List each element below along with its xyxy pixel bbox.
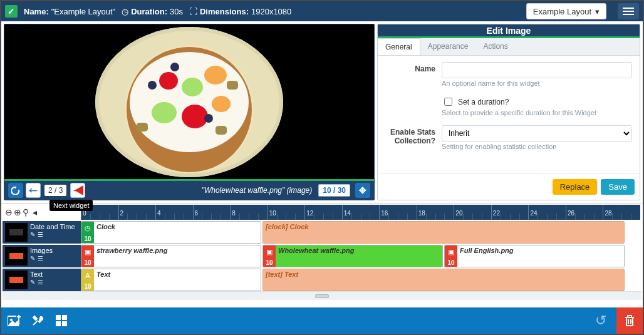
duration-label: Duration: (131, 7, 167, 16)
svg-rect-3 (56, 315, 61, 320)
edit-tabs: General Appearance Actions (378, 38, 640, 56)
name-value: "Example Layout" (51, 7, 115, 16)
clip-label: Clock (94, 222, 261, 243)
timeline-extension[interactable]: [text] Text (262, 269, 625, 291)
tab-appearance[interactable]: Appearance (420, 38, 476, 55)
stats-label: Enable Stats Collection? (385, 125, 442, 145)
name-label: Name: (24, 7, 49, 16)
main-menu-button[interactable] (618, 3, 639, 19)
track-name: Date and Time (30, 223, 75, 230)
track-lane[interactable]: ◷10Clock[clock] Clock (81, 221, 640, 244)
timeline-clip[interactable]: ▣10strawberry waffle.png (81, 245, 261, 267)
svg-rect-5 (56, 321, 61, 326)
ruler-tick: 28 (605, 210, 611, 217)
list-icon[interactable]: ☰ (38, 231, 43, 238)
name-group: Name: "Example Layout" (24, 7, 115, 16)
clock-icon: ◷ (122, 7, 128, 16)
track-name: Text (30, 271, 43, 278)
back-button[interactable] (8, 183, 23, 198)
timeline-clip[interactable]: ▣10Full English.png (444, 245, 625, 267)
tools-icon[interactable] (31, 314, 45, 327)
next-widget-button[interactable]: 🡒 (70, 183, 85, 198)
timeline-clip[interactable]: ◷10Clock (81, 221, 261, 244)
svg-rect-4 (62, 315, 67, 320)
clip-type-icon: ▣ (81, 245, 94, 258)
edit-icon[interactable]: ✎ (30, 279, 35, 286)
timeline-clip[interactable]: A10Text (81, 269, 261, 291)
clip-type-icon: ▣ (263, 245, 276, 258)
dimensions-value: 1920x1080 (251, 7, 291, 16)
timeline-track: Text✎☰A10Text[text] Text (3, 269, 641, 291)
name-hint: An optional name for this widget (442, 80, 632, 87)
ruler-tick: 14 (344, 210, 351, 217)
clip-duration: 10 (263, 258, 276, 267)
tab-general[interactable]: General (378, 38, 420, 55)
ruler-tick: 18 (418, 210, 425, 217)
move-button[interactable]: ✥ (355, 183, 370, 198)
ruler-tick: 24 (530, 210, 537, 217)
caret-down-icon: ▾ (595, 7, 600, 16)
clip-label: Full English.png (457, 245, 624, 267)
name-field-label: Name (385, 62, 442, 73)
panel-resize-handle[interactable] (3, 291, 641, 300)
edit-panel: Edit Image General Appearance Actions Na… (377, 24, 640, 200)
duration-group: ◷ Duration: 30s (122, 7, 183, 16)
preview-canvas[interactable] (4, 24, 374, 179)
clip-label: Wholewheat waffle.png (276, 245, 442, 267)
zoom-in-icon[interactable]: ⊕ (14, 207, 21, 217)
undo-icon[interactable]: ↺ (595, 312, 606, 329)
duration-checkbox[interactable]: Set a duration? (442, 96, 632, 108)
edit-panel-title: Edit Image (378, 24, 640, 38)
zoom-reset-icon[interactable]: ⚲ (23, 207, 29, 217)
bottombar: ↺ (1, 307, 643, 334)
dimensions-icon: ⛶ (189, 7, 197, 16)
stats-select[interactable]: Inherit (442, 125, 632, 142)
dimensions-label: Dimensions: (200, 7, 249, 16)
topbar: ✓ Name: "Example Layout" ◷ Duration: 30s… (1, 1, 643, 21)
track-label[interactable]: Images✎☰ (3, 245, 81, 267)
delete-button[interactable] (616, 307, 643, 334)
preview-item-count: 10 / 30 (318, 184, 350, 197)
clip-duration: 10 (445, 258, 457, 267)
tab-actions[interactable]: Actions (475, 38, 515, 55)
track-label[interactable]: Text✎☰ (3, 269, 81, 291)
timeline-extension[interactable]: [clock] Clock (262, 221, 625, 244)
track-label[interactable]: Date and Time✎☰ (3, 221, 81, 244)
page-indicator: 2 / 3 (44, 185, 66, 196)
zoom-out-icon[interactable]: ⊖ (5, 207, 13, 217)
replace-button[interactable]: Replace (553, 179, 598, 195)
track-lane[interactable]: A10Text[text] Text (81, 269, 640, 291)
status-ok-icon: ✓ (5, 5, 18, 18)
track-lane[interactable]: ▣10strawberry waffle.png▣10Wholewheat wa… (81, 245, 640, 267)
ruler-tick: 22 (493, 210, 500, 217)
list-icon[interactable]: ☰ (38, 279, 43, 286)
ruler-tick: 6 (195, 210, 199, 217)
grid-icon[interactable] (55, 314, 68, 327)
track-name: Images (30, 247, 53, 254)
scroll-left-icon[interactable]: ◂ (33, 207, 37, 217)
add-image-icon[interactable] (8, 314, 21, 327)
edit-icon[interactable]: ✎ (30, 231, 35, 238)
clip-label: Text (94, 269, 261, 291)
ruler-tick: 8 (232, 210, 236, 217)
next-widget-tooltip: Next widget (49, 200, 93, 211)
duration-checkbox-input[interactable] (444, 98, 452, 106)
ruler-tick: 16 (381, 210, 388, 217)
svg-point-1 (10, 319, 13, 321)
ruler-tick: 12 (306, 210, 313, 217)
list-icon[interactable]: ☰ (38, 255, 43, 262)
ruler-tick: 20 (455, 210, 462, 217)
timeline-ruler[interactable]: 0246810121416182022242628 (81, 205, 640, 220)
clip-duration: 10 (81, 282, 94, 291)
edit-icon[interactable]: ✎ (30, 255, 35, 262)
ruler-tick: 26 (568, 210, 574, 217)
prev-widget-button[interactable]: 🡐 (26, 183, 41, 198)
clip-type-icon: ◷ (81, 222, 94, 234)
layout-dropdown[interactable]: Example Layout ▾ (526, 3, 606, 19)
clip-label: strawberry waffle.png (94, 245, 261, 267)
svg-rect-6 (62, 321, 67, 326)
name-input[interactable] (442, 62, 632, 78)
timeline-clip[interactable]: ▣10Wholewheat waffle.png (262, 245, 443, 267)
save-button[interactable]: Save (601, 179, 635, 195)
clip-type-icon: A (81, 269, 94, 282)
